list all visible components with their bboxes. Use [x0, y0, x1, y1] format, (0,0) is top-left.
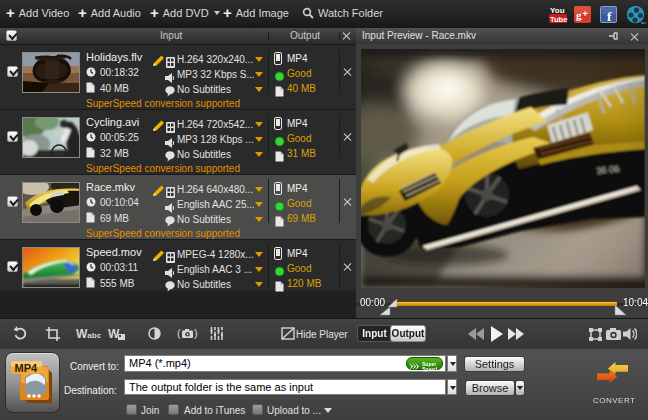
svg-text:Tube: Tube [550, 15, 567, 24]
svg-text:f: f [607, 9, 612, 24]
svg-text:+: + [583, 9, 588, 19]
svg-text:Speed: Speed [422, 366, 437, 372]
svg-text:g: g [576, 9, 582, 21]
svg-text:MP4: MP4 [15, 362, 39, 374]
